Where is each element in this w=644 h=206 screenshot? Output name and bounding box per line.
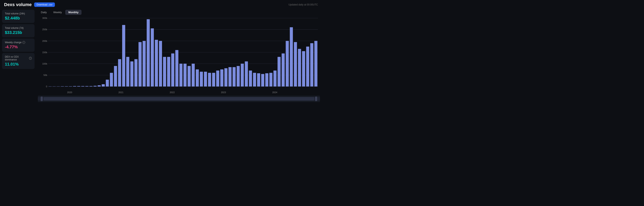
svg-rect-29 xyxy=(110,73,113,86)
stat-value-3: 11.01% xyxy=(5,62,32,67)
svg-text:100b: 100b xyxy=(42,62,47,65)
svg-text:150b: 150b xyxy=(42,51,47,54)
scrollbar-track xyxy=(38,97,320,101)
svg-rect-55 xyxy=(216,71,219,87)
svg-rect-17 xyxy=(61,86,64,86)
svg-text:250b: 250b xyxy=(42,28,47,31)
svg-rect-60 xyxy=(236,66,240,86)
svg-rect-65 xyxy=(257,73,260,86)
svg-rect-63 xyxy=(249,71,252,87)
svg-rect-45 xyxy=(175,50,178,86)
svg-rect-39 xyxy=(151,28,154,86)
svg-rect-28 xyxy=(106,80,109,86)
svg-rect-53 xyxy=(208,73,211,86)
svg-rect-57 xyxy=(224,68,228,86)
svg-rect-61 xyxy=(241,64,244,86)
svg-rect-78 xyxy=(310,43,313,86)
svg-rect-42 xyxy=(163,57,166,86)
svg-rect-66 xyxy=(261,74,264,86)
page-header: Dexs volume Download .csv Updated daily … xyxy=(0,0,322,8)
svg-rect-23 xyxy=(86,86,88,86)
svg-text:200b: 200b xyxy=(42,40,47,42)
svg-rect-77 xyxy=(306,47,309,87)
svg-rect-72 xyxy=(286,41,289,87)
svg-rect-30 xyxy=(114,66,117,86)
updated-text: Updated daily at 00:00UTC xyxy=(288,3,318,6)
svg-rect-69 xyxy=(274,71,276,87)
svg-text:2020: 2020 xyxy=(67,91,72,94)
svg-rect-68 xyxy=(269,73,272,86)
svg-rect-48 xyxy=(188,66,191,86)
scrollbar-handle-left[interactable] xyxy=(41,97,43,101)
download-csv-button[interactable]: Download .csv xyxy=(34,2,55,7)
svg-text:300b: 300b xyxy=(42,17,47,19)
stat-value-1: $33.215b xyxy=(5,30,32,35)
svg-rect-22 xyxy=(81,86,84,86)
sidebar: Total volume (24h)$2.448bTotal volume (7… xyxy=(0,8,36,103)
scrollbar-thumb xyxy=(44,97,314,101)
svg-rect-14 xyxy=(48,86,52,87)
svg-rect-31 xyxy=(118,59,121,86)
svg-rect-59 xyxy=(232,67,236,86)
stat-card-2: Weekly change?-4.77% xyxy=(2,38,34,52)
svg-rect-56 xyxy=(220,69,224,86)
scrollbar-handle-right[interactable] xyxy=(315,97,317,101)
svg-rect-41 xyxy=(159,41,162,87)
info-icon-2: ? xyxy=(22,41,25,44)
tab-monthly[interactable]: Monthly xyxy=(65,10,82,15)
svg-rect-79 xyxy=(314,41,317,87)
stat-label-1: Total volume (7d) xyxy=(5,26,32,29)
svg-rect-47 xyxy=(184,64,186,86)
stat-value-2: -4.77% xyxy=(5,45,32,49)
svg-rect-54 xyxy=(212,73,215,86)
chart-area: DailyWeeklyMonthly 300b250b200b150b100b5… xyxy=(36,8,322,103)
svg-rect-64 xyxy=(253,73,256,86)
svg-rect-73 xyxy=(290,27,293,86)
svg-rect-62 xyxy=(245,61,248,87)
svg-rect-20 xyxy=(73,86,76,86)
scrollbar-area[interactable] xyxy=(38,96,320,102)
svg-rect-75 xyxy=(298,49,301,86)
svg-rect-34 xyxy=(130,61,133,87)
svg-rect-24 xyxy=(90,86,92,86)
svg-rect-21 xyxy=(77,86,80,86)
stat-card-0: Total volume (24h)$2.448b xyxy=(2,10,34,23)
svg-rect-58 xyxy=(228,67,232,86)
stat-label-3: DEX vs CEX dominance? xyxy=(5,55,32,61)
svg-rect-26 xyxy=(98,85,100,87)
svg-rect-36 xyxy=(138,42,142,86)
svg-rect-27 xyxy=(102,84,105,86)
svg-text:2021: 2021 xyxy=(118,91,124,94)
svg-rect-70 xyxy=(278,57,280,86)
svg-text:2024: 2024 xyxy=(272,91,277,94)
stat-label-2: Weekly change? xyxy=(5,41,32,44)
tab-daily[interactable]: Daily xyxy=(38,10,50,15)
svg-rect-74 xyxy=(294,42,297,86)
main-content: Total volume (24h)$2.448bTotal volume (7… xyxy=(0,8,322,103)
svg-text:50b: 50b xyxy=(44,74,47,76)
bar-chart: 300b250b200b150b100b50b02020202120222023… xyxy=(38,16,320,95)
info-icon-3: ? xyxy=(29,57,32,60)
svg-rect-32 xyxy=(122,25,125,86)
svg-rect-50 xyxy=(196,69,199,86)
chart-container: 300b250b200b150b100b50b02020202120222023… xyxy=(38,16,320,95)
svg-rect-40 xyxy=(155,40,158,86)
svg-rect-33 xyxy=(126,57,129,86)
svg-rect-38 xyxy=(147,19,150,86)
svg-text:0: 0 xyxy=(46,85,47,88)
tab-weekly[interactable]: Weekly xyxy=(50,10,65,15)
svg-rect-46 xyxy=(180,64,182,86)
header-left: Dexs volume Download .csv xyxy=(4,2,55,7)
page-title: Dexs volume xyxy=(4,2,32,7)
svg-rect-67 xyxy=(265,73,268,86)
svg-rect-15 xyxy=(53,86,56,87)
stat-card-3: DEX vs CEX dominance?11.01% xyxy=(2,53,34,69)
svg-rect-49 xyxy=(192,64,195,86)
stat-label-0: Total volume (24h) xyxy=(5,12,32,15)
svg-rect-51 xyxy=(200,72,203,86)
svg-rect-18 xyxy=(65,86,68,86)
svg-rect-44 xyxy=(171,53,174,86)
svg-rect-52 xyxy=(204,72,207,86)
svg-rect-19 xyxy=(69,86,72,86)
stat-value-0: $2.448b xyxy=(5,16,32,20)
